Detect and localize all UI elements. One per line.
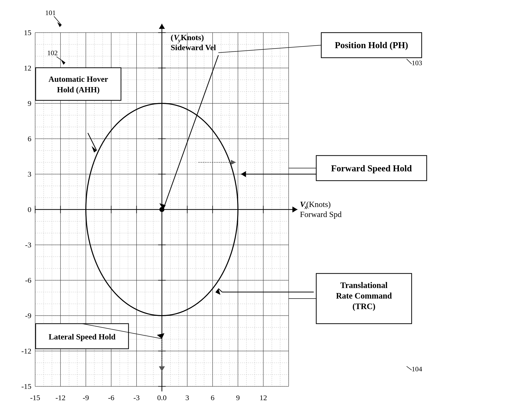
svg-text:102: 102 xyxy=(47,49,58,57)
svg-text:(Knots): (Knots) xyxy=(306,200,331,209)
svg-text:6: 6 xyxy=(28,134,31,143)
svg-text:-9: -9 xyxy=(25,311,31,320)
svg-text:(TRC): (TRC) xyxy=(352,302,375,311)
svg-text:-9: -9 xyxy=(83,393,89,402)
diagram-svg: 15 12 9 6 3 0 -3 -6 -9 -12 -15 -15 -12 -… xyxy=(0,0,507,420)
svg-text:(: ( xyxy=(171,33,173,42)
svg-text:Automatic Hover: Automatic Hover xyxy=(48,75,108,84)
svg-text:Rate Command: Rate Command xyxy=(336,291,392,300)
svg-text:-3: -3 xyxy=(25,241,31,249)
svg-text:101: 101 xyxy=(45,9,56,17)
svg-text:Knots): Knots) xyxy=(181,33,204,42)
svg-text:0: 0 xyxy=(28,205,31,214)
svg-text:Lateral Speed Hold: Lateral Speed Hold xyxy=(49,332,116,341)
svg-text:-15: -15 xyxy=(21,382,31,390)
svg-marker-86 xyxy=(292,206,297,213)
svg-text:Hold (AHH): Hold (AHH) xyxy=(57,85,100,94)
svg-rect-163 xyxy=(36,68,121,100)
svg-text:104: 104 xyxy=(412,365,422,373)
svg-text:-6: -6 xyxy=(25,276,31,284)
svg-text:0.0: 0.0 xyxy=(157,393,167,402)
svg-text:6: 6 xyxy=(211,393,215,402)
svg-text:Position Hold (PH): Position Hold (PH) xyxy=(335,40,408,50)
svg-text:Forward Speed Hold: Forward Speed Hold xyxy=(331,163,412,173)
svg-text:-12: -12 xyxy=(21,347,31,355)
svg-text:Translational: Translational xyxy=(340,281,388,290)
svg-text:-12: -12 xyxy=(55,393,66,402)
svg-text:9: 9 xyxy=(236,393,240,402)
svg-text:3: 3 xyxy=(185,393,189,402)
svg-text:-3: -3 xyxy=(134,393,140,402)
svg-text:Forward Spd: Forward Spd xyxy=(300,210,342,219)
svg-line-160 xyxy=(407,59,412,64)
svg-text:103: 103 xyxy=(412,59,422,67)
svg-text:Sideward Vel: Sideward Vel xyxy=(171,43,216,52)
svg-text:15: 15 xyxy=(24,28,31,37)
svg-line-162 xyxy=(407,366,412,370)
svg-line-154 xyxy=(54,16,61,25)
svg-text:12: 12 xyxy=(24,64,31,72)
svg-text:9: 9 xyxy=(28,99,31,107)
svg-marker-88 xyxy=(159,24,165,29)
main-container: 15 12 9 6 3 0 -3 -6 -9 -12 -15 -15 -12 -… xyxy=(0,0,507,420)
svg-text:-15: -15 xyxy=(30,393,40,402)
svg-text:12: 12 xyxy=(260,393,267,402)
svg-text:-6: -6 xyxy=(108,393,114,402)
svg-text:3: 3 xyxy=(28,170,31,178)
